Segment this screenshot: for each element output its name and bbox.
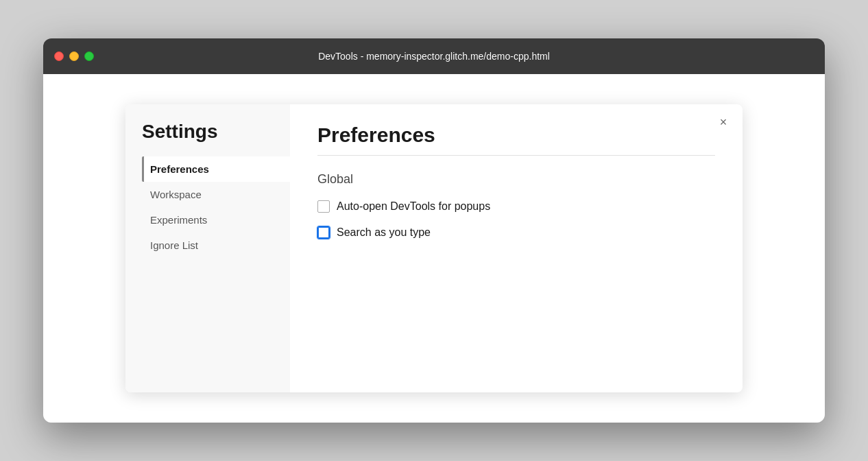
minimize-traffic-light[interactable] — [69, 51, 79, 61]
settings-title: Settings — [142, 121, 290, 143]
browser-content: × Settings Preferences Workspace Experim… — [43, 74, 825, 423]
sidebar-item-ignore-list[interactable]: Ignore List — [142, 233, 290, 258]
maximize-traffic-light[interactable] — [84, 51, 94, 61]
section-divider — [317, 155, 715, 156]
search-as-type-checkbox[interactable] — [317, 226, 330, 239]
auto-open-checkbox[interactable] — [317, 200, 330, 213]
settings-dialog: × Settings Preferences Workspace Experim… — [125, 104, 743, 392]
browser-window: DevTools - memory-inspector.glitch.me/de… — [43, 38, 825, 423]
option-row-search-as-type: Search as you type — [317, 226, 715, 239]
main-title: Preferences — [317, 123, 715, 147]
title-bar: DevTools - memory-inspector.glitch.me/de… — [43, 38, 825, 74]
option-row-auto-open: Auto-open DevTools for popups — [317, 200, 715, 213]
sidebar-item-preferences[interactable]: Preferences — [142, 156, 290, 182]
sidebar-item-experiments[interactable]: Experiments — [142, 207, 290, 233]
search-as-type-label: Search as you type — [337, 226, 431, 239]
main-content: Preferences Global Auto-open DevTools fo… — [290, 104, 743, 392]
window-title: DevTools - memory-inspector.glitch.me/de… — [318, 51, 550, 62]
close-traffic-light[interactable] — [54, 51, 64, 61]
sidebar-nav: Preferences Workspace Experiments Ignore… — [142, 156, 290, 258]
sidebar-item-workspace[interactable]: Workspace — [142, 182, 290, 207]
settings-sidebar: Settings Preferences Workspace Experimen… — [125, 104, 290, 392]
section-title: Global — [317, 172, 715, 187]
auto-open-label: Auto-open DevTools for popups — [337, 200, 490, 213]
settings-options: Auto-open DevTools for popups Search as … — [317, 200, 715, 239]
